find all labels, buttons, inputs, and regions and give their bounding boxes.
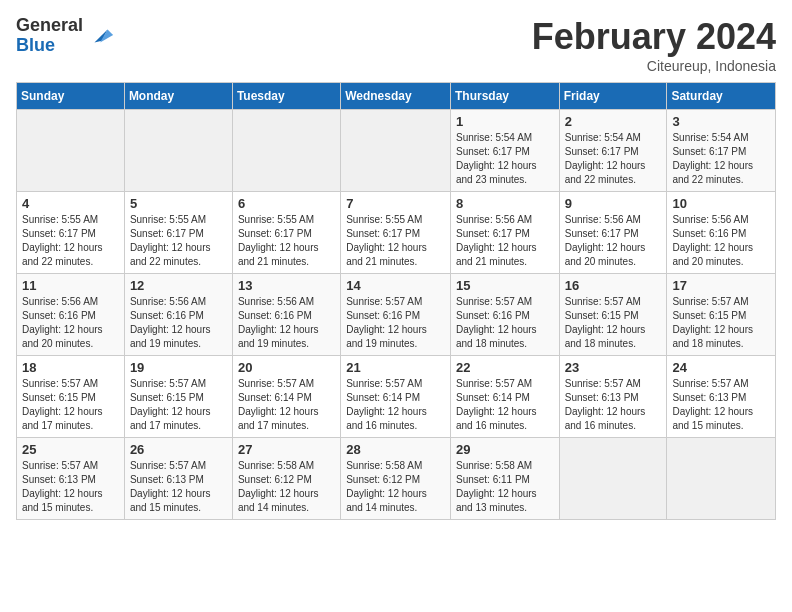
- day-number: 25: [22, 442, 119, 457]
- day-number: 13: [238, 278, 335, 293]
- day-cell: 7Sunrise: 5:55 AMSunset: 6:17 PMDaylight…: [341, 192, 451, 274]
- day-number: 24: [672, 360, 770, 375]
- day-number: 12: [130, 278, 227, 293]
- week-row-5: 25Sunrise: 5:57 AMSunset: 6:13 PMDayligh…: [17, 438, 776, 520]
- day-info: Sunrise: 5:57 AMSunset: 6:13 PMDaylight:…: [130, 459, 227, 515]
- week-row-2: 4Sunrise: 5:55 AMSunset: 6:17 PMDaylight…: [17, 192, 776, 274]
- day-number: 20: [238, 360, 335, 375]
- day-cell: 4Sunrise: 5:55 AMSunset: 6:17 PMDaylight…: [17, 192, 125, 274]
- day-info: Sunrise: 5:56 AMSunset: 6:16 PMDaylight:…: [238, 295, 335, 351]
- weekday-header-wednesday: Wednesday: [341, 83, 451, 110]
- logo-icon: [87, 22, 115, 50]
- day-cell: 23Sunrise: 5:57 AMSunset: 6:13 PMDayligh…: [559, 356, 667, 438]
- day-cell: 25Sunrise: 5:57 AMSunset: 6:13 PMDayligh…: [17, 438, 125, 520]
- day-cell: 11Sunrise: 5:56 AMSunset: 6:16 PMDayligh…: [17, 274, 125, 356]
- day-number: 8: [456, 196, 554, 211]
- month-title: February 2024: [532, 16, 776, 58]
- day-info: Sunrise: 5:57 AMSunset: 6:13 PMDaylight:…: [22, 459, 119, 515]
- day-info: Sunrise: 5:57 AMSunset: 6:14 PMDaylight:…: [346, 377, 445, 433]
- weekday-header-saturday: Saturday: [667, 83, 776, 110]
- day-info: Sunrise: 5:58 AMSunset: 6:11 PMDaylight:…: [456, 459, 554, 515]
- day-number: 22: [456, 360, 554, 375]
- day-cell: 24Sunrise: 5:57 AMSunset: 6:13 PMDayligh…: [667, 356, 776, 438]
- day-cell: 20Sunrise: 5:57 AMSunset: 6:14 PMDayligh…: [232, 356, 340, 438]
- day-info: Sunrise: 5:57 AMSunset: 6:15 PMDaylight:…: [565, 295, 662, 351]
- day-info: Sunrise: 5:54 AMSunset: 6:17 PMDaylight:…: [565, 131, 662, 187]
- day-info: Sunrise: 5:55 AMSunset: 6:17 PMDaylight:…: [130, 213, 227, 269]
- weekday-header-row: SundayMondayTuesdayWednesdayThursdayFrid…: [17, 83, 776, 110]
- weekday-header-thursday: Thursday: [450, 83, 559, 110]
- day-cell: 8Sunrise: 5:56 AMSunset: 6:17 PMDaylight…: [450, 192, 559, 274]
- day-info: Sunrise: 5:57 AMSunset: 6:14 PMDaylight:…: [456, 377, 554, 433]
- day-info: Sunrise: 5:57 AMSunset: 6:15 PMDaylight:…: [672, 295, 770, 351]
- day-info: Sunrise: 5:56 AMSunset: 6:16 PMDaylight:…: [22, 295, 119, 351]
- day-number: 21: [346, 360, 445, 375]
- weekday-header-friday: Friday: [559, 83, 667, 110]
- day-number: 9: [565, 196, 662, 211]
- day-number: 17: [672, 278, 770, 293]
- day-cell: 2Sunrise: 5:54 AMSunset: 6:17 PMDaylight…: [559, 110, 667, 192]
- day-cell: 6Sunrise: 5:55 AMSunset: 6:17 PMDaylight…: [232, 192, 340, 274]
- day-info: Sunrise: 5:56 AMSunset: 6:16 PMDaylight:…: [130, 295, 227, 351]
- day-info: Sunrise: 5:58 AMSunset: 6:12 PMDaylight:…: [346, 459, 445, 515]
- day-cell: [559, 438, 667, 520]
- location-text: Citeureup, Indonesia: [532, 58, 776, 74]
- day-number: 10: [672, 196, 770, 211]
- day-cell: 22Sunrise: 5:57 AMSunset: 6:14 PMDayligh…: [450, 356, 559, 438]
- day-cell: 10Sunrise: 5:56 AMSunset: 6:16 PMDayligh…: [667, 192, 776, 274]
- day-info: Sunrise: 5:55 AMSunset: 6:17 PMDaylight:…: [22, 213, 119, 269]
- day-info: Sunrise: 5:57 AMSunset: 6:13 PMDaylight:…: [565, 377, 662, 433]
- day-cell: 16Sunrise: 5:57 AMSunset: 6:15 PMDayligh…: [559, 274, 667, 356]
- day-number: 5: [130, 196, 227, 211]
- title-block: February 2024 Citeureup, Indonesia: [532, 16, 776, 74]
- weekday-header-sunday: Sunday: [17, 83, 125, 110]
- day-number: 28: [346, 442, 445, 457]
- day-cell: 17Sunrise: 5:57 AMSunset: 6:15 PMDayligh…: [667, 274, 776, 356]
- week-row-4: 18Sunrise: 5:57 AMSunset: 6:15 PMDayligh…: [17, 356, 776, 438]
- day-info: Sunrise: 5:56 AMSunset: 6:16 PMDaylight:…: [672, 213, 770, 269]
- day-cell: 5Sunrise: 5:55 AMSunset: 6:17 PMDaylight…: [124, 192, 232, 274]
- day-number: 16: [565, 278, 662, 293]
- day-info: Sunrise: 5:57 AMSunset: 6:15 PMDaylight:…: [130, 377, 227, 433]
- page-header: General Blue February 2024 Citeureup, In…: [16, 16, 776, 74]
- day-info: Sunrise: 5:57 AMSunset: 6:14 PMDaylight:…: [238, 377, 335, 433]
- day-number: 14: [346, 278, 445, 293]
- day-info: Sunrise: 5:55 AMSunset: 6:17 PMDaylight:…: [238, 213, 335, 269]
- day-number: 19: [130, 360, 227, 375]
- day-cell: 18Sunrise: 5:57 AMSunset: 6:15 PMDayligh…: [17, 356, 125, 438]
- day-cell: 9Sunrise: 5:56 AMSunset: 6:17 PMDaylight…: [559, 192, 667, 274]
- logo-blue-text: Blue: [16, 36, 83, 56]
- day-number: 26: [130, 442, 227, 457]
- day-info: Sunrise: 5:55 AMSunset: 6:17 PMDaylight:…: [346, 213, 445, 269]
- weekday-header-monday: Monday: [124, 83, 232, 110]
- logo: General Blue: [16, 16, 115, 56]
- day-number: 6: [238, 196, 335, 211]
- day-cell: 29Sunrise: 5:58 AMSunset: 6:11 PMDayligh…: [450, 438, 559, 520]
- day-number: 27: [238, 442, 335, 457]
- day-info: Sunrise: 5:58 AMSunset: 6:12 PMDaylight:…: [238, 459, 335, 515]
- day-cell: [232, 110, 340, 192]
- day-info: Sunrise: 5:57 AMSunset: 6:16 PMDaylight:…: [456, 295, 554, 351]
- day-info: Sunrise: 5:54 AMSunset: 6:17 PMDaylight:…: [672, 131, 770, 187]
- week-row-3: 11Sunrise: 5:56 AMSunset: 6:16 PMDayligh…: [17, 274, 776, 356]
- day-number: 11: [22, 278, 119, 293]
- day-cell: 3Sunrise: 5:54 AMSunset: 6:17 PMDaylight…: [667, 110, 776, 192]
- day-number: 1: [456, 114, 554, 129]
- day-number: 15: [456, 278, 554, 293]
- day-info: Sunrise: 5:56 AMSunset: 6:17 PMDaylight:…: [565, 213, 662, 269]
- day-cell: [667, 438, 776, 520]
- day-cell: 15Sunrise: 5:57 AMSunset: 6:16 PMDayligh…: [450, 274, 559, 356]
- week-row-1: 1Sunrise: 5:54 AMSunset: 6:17 PMDaylight…: [17, 110, 776, 192]
- day-number: 29: [456, 442, 554, 457]
- day-info: Sunrise: 5:57 AMSunset: 6:15 PMDaylight:…: [22, 377, 119, 433]
- day-info: Sunrise: 5:56 AMSunset: 6:17 PMDaylight:…: [456, 213, 554, 269]
- day-number: 18: [22, 360, 119, 375]
- day-cell: 1Sunrise: 5:54 AMSunset: 6:17 PMDaylight…: [450, 110, 559, 192]
- day-number: 2: [565, 114, 662, 129]
- day-number: 4: [22, 196, 119, 211]
- day-cell: 12Sunrise: 5:56 AMSunset: 6:16 PMDayligh…: [124, 274, 232, 356]
- day-info: Sunrise: 5:54 AMSunset: 6:17 PMDaylight:…: [456, 131, 554, 187]
- day-info: Sunrise: 5:57 AMSunset: 6:13 PMDaylight:…: [672, 377, 770, 433]
- day-cell: 26Sunrise: 5:57 AMSunset: 6:13 PMDayligh…: [124, 438, 232, 520]
- calendar-table: SundayMondayTuesdayWednesdayThursdayFrid…: [16, 82, 776, 520]
